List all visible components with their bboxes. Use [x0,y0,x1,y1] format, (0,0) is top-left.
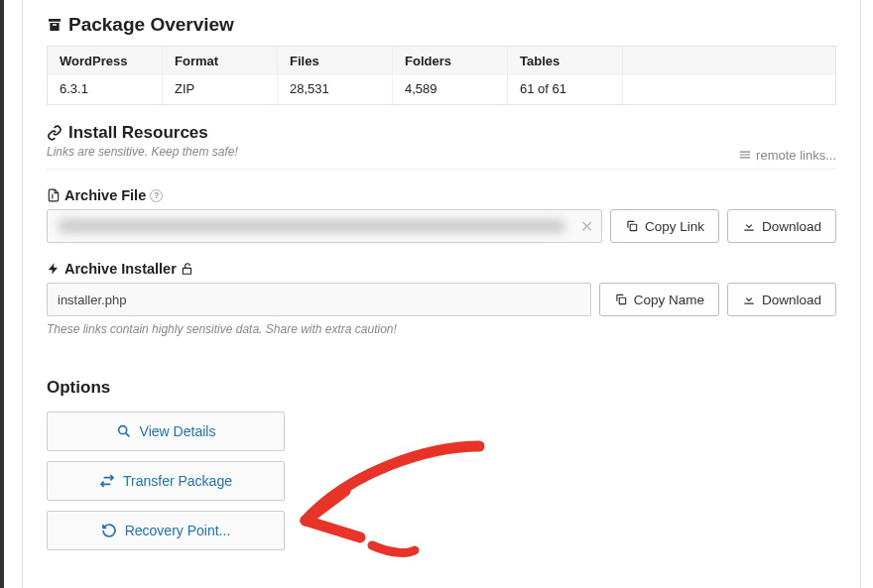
package-overview-title: Package Overview [68,14,234,36]
overview-col-label: Folders [393,47,507,75]
archive-installer-value: installer.php [58,293,126,307]
archive-installer-label: Archive Installer [47,261,836,277]
lock-open-icon [181,262,194,276]
svg-rect-1 [630,224,636,230]
recovery-point-button[interactable]: Recovery Point... [47,511,285,550]
install-resources-subtext: Links are sensitive. Keep them safe! [47,145,238,165]
overview-col-value: ZIP [163,75,277,104]
transfer-package-button[interactable]: Transfer Package [47,461,285,501]
annotation-arrow [281,426,509,575]
svg-point-4 [118,426,126,434]
copy-name-label: Copy Name [634,293,704,307]
search-icon [116,423,132,439]
transfer-package-label: Transfer Package [123,473,232,489]
help-icon[interactable]: ? [150,189,163,202]
install-resources-title: Install Resources [68,123,208,143]
svg-rect-2 [183,268,190,274]
download-installer-label: Download [762,293,821,307]
overview-col-label: Files [278,47,392,75]
overview-col-label: Format [163,47,277,75]
overview-col-value: 61 of 61 [508,75,622,104]
copy-name-button[interactable]: Copy Name [599,283,719,316]
install-resources-header: Install Resources [47,105,836,145]
copy-link-button[interactable]: Copy Link [610,209,719,243]
archive-installer-label-text: Archive Installer [64,261,177,277]
remote-links-label: remote links... [756,148,836,163]
bolt-icon [47,262,61,276]
overview-col-value: 6.3.1 [48,75,162,104]
clear-icon[interactable]: ✕ [580,217,593,236]
copy-icon [614,293,628,306]
archive-file-label-text: Archive File [64,187,146,203]
archive-installer-input[interactable]: installer.php [47,283,591,316]
caution-text: These links contain highly sensitive dat… [47,322,836,336]
overview-col-label: Tables [508,47,622,75]
overview-col-label: WordPress [48,47,162,75]
svg-line-5 [125,433,129,437]
exchange-icon [99,473,115,489]
bars-icon [738,148,752,162]
view-details-button[interactable]: View Details [47,412,285,451]
overview-col-label [623,47,835,75]
download-archive-label: Download [762,219,821,234]
svg-rect-3 [619,297,625,303]
download-archive-button[interactable]: Download [727,209,836,243]
view-details-label: View Details [140,423,216,439]
overview-table: WordPress 6.3.1 Format ZIP Files 28,531 … [47,46,836,105]
archive-file-label: Archive File ? [47,187,836,203]
copy-link-label: Copy Link [645,219,704,234]
archive-icon [47,17,62,33]
link-icon [47,125,62,141]
remote-links-toggle[interactable]: remote links... [738,148,836,163]
overview-col-value: 28,531 [278,75,392,104]
undo-icon [101,523,117,538]
download-installer-button[interactable]: Download [727,283,836,316]
file-archive-icon [47,188,61,202]
download-icon [742,293,756,306]
recovery-point-label: Recovery Point... [125,523,231,538]
archive-file-input[interactable]: ✕ [47,209,602,243]
overview-col-value [623,75,835,104]
options-title: Options [47,378,836,398]
overview-col-value: 4,589 [393,75,507,104]
download-icon [742,219,756,233]
copy-icon [625,219,639,233]
package-overview-header: Package Overview [47,0,836,46]
